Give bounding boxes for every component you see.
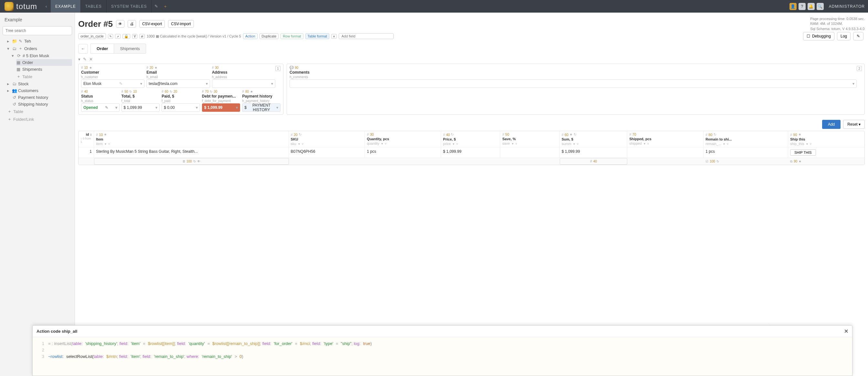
col-price[interactable]: #40 ↻Price, $price▾▿ [441,131,500,147]
filter-icon[interactable]: ▿ [727,142,728,146]
edit-row-icon[interactable]: ✎ [83,57,87,62]
top-tab-tables[interactable]: TABLES [81,0,106,12]
filter-icon[interactable]: ▾ [453,142,454,146]
filter-icon[interactable]: ▿ [302,142,304,146]
filter-icon[interactable]: ▿ [108,142,110,146]
edit-tab-icon[interactable]: ✎ [152,0,161,12]
grid-add-button[interactable]: Add [822,120,840,129]
add-field-input[interactable] [339,33,394,39]
search-icon[interactable]: 🔍 [817,3,824,10]
tab-order[interactable]: Order [91,43,114,54]
add-tab-icon[interactable]: ＋ [161,0,169,12]
col-sku[interactable]: #20 ↻SKUsku▾▿ [289,131,365,147]
col-save[interactable]: #50Save, %save▾▿ [500,131,559,147]
collapse-icon[interactable]: ▾ [78,57,81,62]
sidebar-collapse-toggle[interactable]: ‹ [42,0,51,12]
clear-row-icon[interactable]: ✕ [89,57,93,62]
debugging-button[interactable]: ☐Debugging [803,32,834,40]
tree-node-shipments[interactable]: ▦Shipments [16,66,72,73]
field-value[interactable]: $ 1,099.99▾ [122,103,160,112]
tree-node-order-5[interactable]: ▾⟳# 5 Elon Musk [12,52,72,59]
col-id[interactable]: id ↕ [81,132,92,136]
tree-node-orders[interactable]: ▾🗂＋Orders [7,44,72,52]
tree-search-input[interactable] [3,26,72,35]
tree-node-order[interactable]: ▦Order [16,59,72,66]
tree-node-add-table-2[interactable]: ＋Table [7,107,72,115]
field-value[interactable]: $PAYMENT HISTORY▾ [242,103,280,112]
cell-price[interactable]: $ 1,099.99 [441,147,500,158]
cell-id[interactable]: 1 [79,147,94,158]
tree-node-teh[interactable]: ▸📁✎Teh [7,38,72,44]
tree-node-customers[interactable]: ▸👥Customers [7,87,72,94]
tree-node-payment-history[interactable]: ↺Payment history [7,94,72,101]
v-chip[interactable]: V [132,34,138,39]
cell-remain[interactable]: 1 pcs [704,147,788,158]
filter-icon[interactable]: ▾ [298,142,300,146]
duplicate-chip[interactable]: Duplicate [259,33,279,39]
code-body[interactable]: 1= : insertList(table: 'shipping_history… [33,337,852,376]
log-button[interactable]: Log [837,32,850,40]
cell-shipped[interactable] [627,147,704,158]
tool-pencil-button[interactable]: ✎ [853,32,864,40]
col-summ[interactable]: #60 ★ ↻Sum, $summ▾▿ [560,131,627,147]
open-cycle-icon[interactable]: ↗ [115,34,121,39]
tree-node-add-folder-link[interactable]: ＋Folder/Link [7,115,72,123]
field-value[interactable]: ▾ [212,80,275,88]
field-value[interactable]: $ 1,099.99▾ [202,103,241,112]
close-icon[interactable]: ✕ [844,328,848,334]
shuffle-icon[interactable]: ⇄ [139,34,145,39]
filter-icon[interactable]: ▿ [456,142,458,146]
field-value[interactable]: tesla@tesla.com▾ [146,80,210,88]
tree-node-shipping-history[interactable]: ↺Shipping history [7,101,72,107]
csv-export-button[interactable]: CSV-export [139,20,165,28]
filter-icon[interactable]: ▾ [644,142,645,145]
col-quantity[interactable]: #30Quantity, pcsquantity▾▿ [365,131,441,147]
top-tab-system-tables[interactable]: SYSTEM TABLES [106,0,152,12]
cell-item[interactable]: Sterling By MusicMan 5 String Bass Guita… [94,147,289,158]
cycle-name-chip[interactable]: order_in_cycle [78,33,106,39]
csv-import-button[interactable]: CSV-import [168,20,193,28]
field-value-comments[interactable]: ▾ [289,80,857,88]
field-value[interactable]: $ 0.00▾ [162,103,200,112]
edit-cycle-icon[interactable]: ✎ [108,34,114,39]
filter-icon[interactable]: ▾ [381,142,383,145]
tree-node-stock[interactable]: ▸🗂Stock [7,81,72,87]
filter-icon[interactable]: ▿ [810,142,811,146]
ship-this-button[interactable]: SHIP THIS [790,149,816,156]
cell-sku[interactable]: B07NQ6PH56 [289,147,365,158]
action-chip[interactable]: Action [243,33,257,39]
cell-qty[interactable]: 1 pcs [365,147,441,158]
row-format-chip[interactable]: Row format [280,33,303,39]
filter-icon[interactable]: ▾ [573,142,575,146]
clear-format-icon[interactable]: ✕ [331,34,337,39]
col-ship_this[interactable]: #90 ★Ship thisship_this▾▿ [788,131,864,147]
table-format-chip[interactable]: Table format [305,33,330,39]
tab-shipments[interactable]: Shipments [114,43,146,54]
field-value[interactable]: Opened✎▾ [81,103,120,112]
col-shipped[interactable]: #70Shipped, pcsshipped▾▿ [627,131,704,147]
visibility-toggle-button[interactable]: 👁 [116,20,124,28]
bell-icon[interactable]: 🔔 [808,3,815,10]
field-value[interactable]: Elon Musk✎▾ [81,80,145,88]
grid-reset-button[interactable]: Reset ▾ [843,120,865,129]
tree-node-add-table[interactable]: ＋Table [16,73,72,81]
filter-icon[interactable]: ▾ [723,142,725,146]
filter-icon[interactable]: ▾ [806,142,808,146]
lock-cycle-icon[interactable]: 🔒 [122,34,130,39]
col-remain_...[interactable]: #80 ↻Remain to shi...remain_...▾▿ [704,131,788,147]
cell-save[interactable] [500,147,559,158]
back-button[interactable]: ← [78,44,88,54]
filter-icon[interactable]: ▿ [516,142,517,145]
cell-sum[interactable]: $ 1,099.99 [560,147,627,158]
print-button[interactable]: 🖨 [128,20,136,28]
filter-icon[interactable]: ▾ [512,142,514,145]
col-item[interactable]: #10 ★Itemitem▾▿ [94,131,289,147]
cell-ship[interactable]: SHIP THIS [788,147,864,158]
top-tab-example[interactable]: EXAMPLE [51,0,81,12]
filter-icon[interactable]: ▾ [105,142,106,146]
filter-icon[interactable]: ▿ [647,142,649,145]
user-icon[interactable]: 👤 [789,3,797,10]
filter-icon[interactable]: ▿ [385,142,386,145]
question-icon[interactable]: ? [799,3,806,10]
filter-icon[interactable]: ▿ [577,142,579,146]
